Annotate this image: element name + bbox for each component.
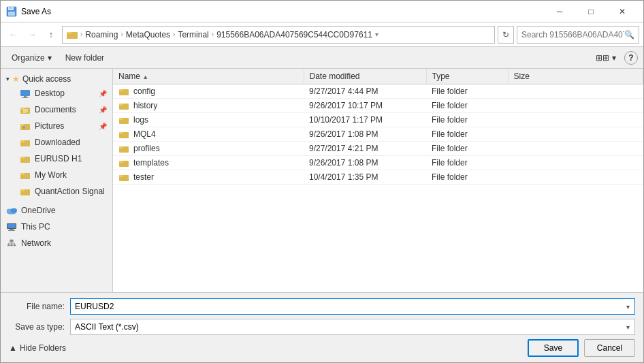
pin-icon: 📌 xyxy=(99,90,107,97)
organize-chevron-icon: ▾ xyxy=(48,53,52,63)
table-row[interactable]: tester 10/4/2017 1:35 PM File folder xyxy=(113,170,643,185)
sidebar-item-eurusd[interactable]: EURUSD H1 xyxy=(1,151,112,167)
breadcrumb-terminal: Terminal xyxy=(178,30,208,40)
svg-rect-48 xyxy=(119,161,123,163)
sidebar-item-desktop[interactable]: Desktop 📌 xyxy=(1,85,112,101)
forward-button[interactable]: → xyxy=(24,27,40,43)
svg-rect-46 xyxy=(119,146,123,148)
svg-rect-27 xyxy=(10,229,14,230)
col-name[interactable]: Name ▲ xyxy=(113,69,304,84)
window-controls: ─ □ ✕ xyxy=(544,1,638,22)
quick-access-chevron-icon: ▾ xyxy=(6,76,10,82)
close-button[interactable]: ✕ xyxy=(607,1,638,22)
network-label: Network xyxy=(21,238,51,248)
filename-input-wrapper xyxy=(70,298,635,315)
quick-access-header[interactable]: ▾ ★ Quick access xyxy=(1,72,112,85)
file-name-cell: history xyxy=(113,99,304,112)
file-date-cell: 10/10/2017 1:17 PM xyxy=(304,113,426,127)
sidebar-item-quantaction[interactable]: QuantAction Signal xyxy=(1,183,112,200)
back-button[interactable]: ← xyxy=(5,27,21,43)
table-row[interactable]: logs 10/10/2017 1:17 PM File folder xyxy=(113,113,643,127)
toolbar: Organize ▾ New folder ⊞⊞ ▾ ? xyxy=(1,47,643,69)
svg-rect-42 xyxy=(119,118,123,120)
col-type[interactable]: Type xyxy=(426,69,508,84)
cancel-button[interactable]: Cancel xyxy=(584,339,635,357)
sidebar-item-label: Desktop xyxy=(35,89,65,98)
table-row[interactable]: history 9/26/2017 10:17 PM File folder xyxy=(113,99,643,113)
svg-rect-29 xyxy=(10,240,13,242)
dialog-title: Save As xyxy=(21,7,544,16)
save-button[interactable]: Save xyxy=(528,339,579,357)
sidebar-item-pictures[interactable]: Pictures 📌 xyxy=(1,118,112,134)
hide-folders-chevron-icon: ▲ xyxy=(9,343,17,353)
folder-icon xyxy=(118,144,129,153)
svg-rect-50 xyxy=(119,175,123,177)
save-as-icon xyxy=(6,6,17,17)
svg-rect-40 xyxy=(119,104,123,106)
network-icon xyxy=(6,239,17,247)
breadcrumb-bar[interactable]: › Roaming › MetaQuotes › Terminal › 9155… xyxy=(62,26,495,44)
file-size-cell xyxy=(508,170,643,185)
view-button[interactable]: ⊞⊞ ▾ xyxy=(590,50,622,66)
sidebar-item-thispc[interactable]: This PC xyxy=(1,219,112,235)
sidebar-item-network[interactable]: Network xyxy=(1,235,112,251)
col-size[interactable]: Size xyxy=(508,69,643,84)
filename-row: File name: xyxy=(9,298,635,315)
desktop-icon xyxy=(20,89,31,98)
svg-point-24 xyxy=(10,208,17,212)
search-box[interactable]: 🔍 xyxy=(517,26,639,44)
table-row[interactable]: MQL4 9/26/2017 1:08 PM File folder xyxy=(113,127,643,142)
maximize-button[interactable]: □ xyxy=(575,1,607,22)
filename-label: File name: xyxy=(9,302,70,311)
file-size-cell xyxy=(508,99,643,113)
file-type-cell: File folder xyxy=(426,170,508,185)
svg-rect-44 xyxy=(119,132,123,134)
bottom-area: File name: Save as type: ASCII Text (*.c… xyxy=(1,292,643,362)
savetype-label: Save as type: xyxy=(9,322,70,332)
buttons-row: ▲ Hide Folders Save Cancel xyxy=(9,339,635,357)
sidebar: ▾ ★ Quick access Desktop 📌 Documents 📌 P… xyxy=(1,69,113,292)
view-icon: ⊞⊞ xyxy=(596,53,609,63)
file-list-container: Name ▲ Date modified Type Size config 9/… xyxy=(113,69,643,292)
savetype-select[interactable]: ASCII Text (*.csv) xyxy=(70,319,635,335)
folder-icon xyxy=(20,187,31,196)
organize-label: Organize xyxy=(12,53,45,63)
minimize-button[interactable]: ─ xyxy=(544,1,575,22)
sidebar-item-label: QuantAction Signal xyxy=(35,187,105,196)
help-button[interactable]: ? xyxy=(624,51,638,65)
file-name-cell: tester xyxy=(113,170,304,184)
pin-icon: 📌 xyxy=(99,106,107,114)
savetype-row: Save as type: ASCII Text (*.csv) xyxy=(9,319,635,335)
svg-rect-30 xyxy=(7,244,10,247)
quick-access-label: Quick access xyxy=(22,74,71,84)
col-date[interactable]: Date modified xyxy=(304,69,426,84)
table-row[interactable]: templates 9/26/2017 1:08 PM File folder xyxy=(113,156,643,170)
save-as-dialog: Save As ─ □ ✕ ← → ↑ › Roaming › MetaQuot… xyxy=(0,0,644,363)
hide-folders-button[interactable]: ▲ Hide Folders xyxy=(9,343,66,353)
svg-rect-15 xyxy=(20,140,25,142)
folder-icon xyxy=(118,173,129,182)
svg-rect-19 xyxy=(20,173,25,175)
main-area: ▾ ★ Quick access Desktop 📌 Documents 📌 P… xyxy=(1,69,643,292)
onedrive-label: OneDrive xyxy=(21,206,56,215)
up-button[interactable]: ↑ xyxy=(43,27,59,43)
file-type-cell: File folder xyxy=(426,127,508,142)
sidebar-item-documents[interactable]: Documents 📌 xyxy=(1,101,112,118)
refresh-button[interactable]: ↻ xyxy=(498,26,514,44)
svg-rect-8 xyxy=(22,97,29,98)
svg-rect-7 xyxy=(24,96,27,97)
table-row[interactable]: profiles 9/27/2017 4:21 PM File folder xyxy=(113,142,643,156)
svg-rect-17 xyxy=(20,157,25,159)
table-row[interactable]: config 9/27/2017 4:44 PM File folder xyxy=(113,84,643,99)
file-name-cell: logs xyxy=(113,113,304,127)
filename-input[interactable] xyxy=(70,298,635,315)
folder-icon xyxy=(118,159,129,168)
sidebar-item-mywork[interactable]: My Work xyxy=(1,167,112,183)
sidebar-item-downloaded[interactable]: Downloaded xyxy=(1,134,112,151)
search-input[interactable] xyxy=(521,30,624,40)
sidebar-item-onedrive[interactable]: OneDrive xyxy=(1,202,112,219)
svg-rect-28 xyxy=(8,230,15,231)
new-folder-button[interactable]: New folder xyxy=(60,50,110,66)
file-type-cell: File folder xyxy=(426,113,508,127)
organize-button[interactable]: Organize ▾ xyxy=(6,50,57,66)
